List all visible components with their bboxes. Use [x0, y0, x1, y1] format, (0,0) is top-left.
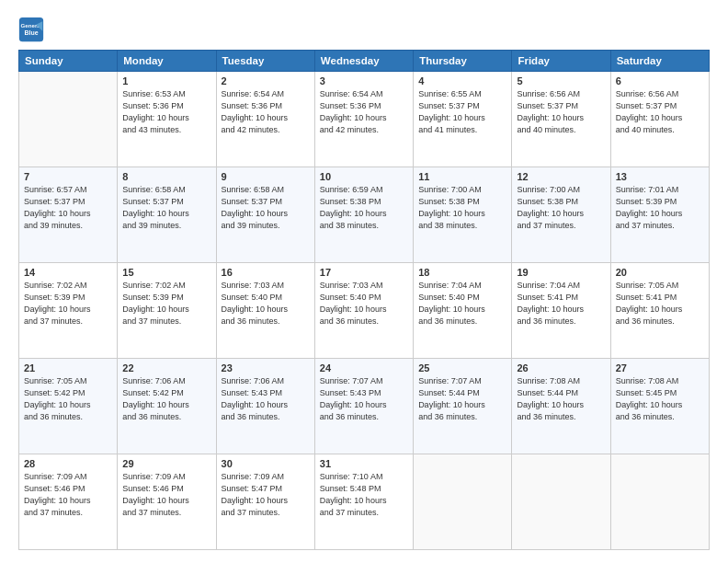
calendar-cell: 1Sunrise: 6:53 AMSunset: 5:36 PMDaylight… — [118, 72, 216, 167]
day-info: Sunrise: 7:00 AMSunset: 5:38 PMDaylight:… — [418, 184, 506, 232]
calendar-cell — [19, 72, 118, 167]
day-number: 22 — [122, 362, 210, 373]
header-cell-wednesday: Wednesday — [314, 51, 413, 72]
day-info: Sunrise: 7:04 AMSunset: 5:40 PMDaylight:… — [418, 280, 506, 327]
day-info: Sunrise: 6:59 AMSunset: 5:38 PMDaylight:… — [320, 184, 408, 232]
calendar-cell: 17Sunrise: 7:03 AMSunset: 5:40 PMDayligh… — [314, 263, 413, 359]
calendar-cell: 6Sunrise: 6:56 AMSunset: 5:37 PMDaylight… — [610, 72, 709, 167]
calendar-cell: 2Sunrise: 6:54 AMSunset: 5:36 PMDaylight… — [216, 72, 314, 167]
day-number: 10 — [320, 171, 408, 182]
week-row-4: 21Sunrise: 7:05 AMSunset: 5:42 PMDayligh… — [19, 359, 710, 454]
calendar-cell: 16Sunrise: 7:03 AMSunset: 5:40 PMDayligh… — [216, 263, 314, 359]
day-number: 7 — [24, 171, 112, 182]
day-number: 18 — [418, 267, 506, 278]
calendar-cell: 25Sunrise: 7:07 AMSunset: 5:44 PMDayligh… — [414, 359, 512, 454]
day-number: 16 — [222, 267, 310, 278]
day-number: 31 — [320, 458, 408, 469]
logo-icon: General Blue — [18, 17, 44, 42]
day-info: Sunrise: 7:05 AMSunset: 5:41 PMDaylight:… — [616, 280, 704, 327]
calendar-cell: 13Sunrise: 7:01 AMSunset: 5:39 PMDayligh… — [610, 167, 709, 263]
day-info: Sunrise: 6:56 AMSunset: 5:37 PMDaylight:… — [616, 88, 704, 136]
calendar-cell — [512, 454, 610, 550]
calendar-cell: 20Sunrise: 7:05 AMSunset: 5:41 PMDayligh… — [610, 263, 709, 359]
calendar-table: SundayMondayTuesdayWednesdayThursdayFrid… — [18, 50, 710, 550]
calendar-header: SundayMondayTuesdayWednesdayThursdayFrid… — [19, 51, 710, 72]
day-info: Sunrise: 6:53 AMSunset: 5:36 PMDaylight:… — [122, 88, 210, 136]
header-cell-sunday: Sunday — [19, 51, 118, 72]
day-info: Sunrise: 6:54 AMSunset: 5:36 PMDaylight:… — [320, 88, 408, 136]
day-number: 30 — [222, 458, 310, 469]
calendar-cell: 11Sunrise: 7:00 AMSunset: 5:38 PMDayligh… — [414, 167, 512, 263]
calendar-cell: 4Sunrise: 6:55 AMSunset: 5:37 PMDaylight… — [414, 72, 512, 167]
calendar-cell: 10Sunrise: 6:59 AMSunset: 5:38 PMDayligh… — [314, 167, 413, 263]
day-number: 15 — [122, 267, 210, 278]
day-info: Sunrise: 6:58 AMSunset: 5:37 PMDaylight:… — [222, 184, 310, 232]
day-info: Sunrise: 7:10 AMSunset: 5:48 PMDaylight:… — [320, 471, 408, 519]
day-info: Sunrise: 7:04 AMSunset: 5:41 PMDaylight:… — [517, 280, 605, 327]
calendar-cell: 9Sunrise: 6:58 AMSunset: 5:37 PMDaylight… — [216, 167, 314, 263]
calendar-cell: 27Sunrise: 7:08 AMSunset: 5:45 PMDayligh… — [610, 359, 709, 454]
calendar-cell: 30Sunrise: 7:09 AMSunset: 5:47 PMDayligh… — [216, 454, 314, 550]
day-number: 27 — [616, 362, 704, 373]
calendar-cell — [610, 454, 709, 550]
day-info: Sunrise: 7:02 AMSunset: 5:39 PMDaylight:… — [24, 280, 112, 327]
day-info: Sunrise: 7:09 AMSunset: 5:46 PMDaylight:… — [122, 471, 210, 519]
day-info: Sunrise: 7:01 AMSunset: 5:39 PMDaylight:… — [616, 184, 704, 232]
calendar-cell: 29Sunrise: 7:09 AMSunset: 5:46 PMDayligh… — [118, 454, 216, 550]
day-info: Sunrise: 7:08 AMSunset: 5:44 PMDaylight:… — [517, 375, 605, 423]
calendar-cell: 26Sunrise: 7:08 AMSunset: 5:44 PMDayligh… — [512, 359, 610, 454]
calendar-cell: 22Sunrise: 7:06 AMSunset: 5:42 PMDayligh… — [118, 359, 216, 454]
calendar-cell: 31Sunrise: 7:10 AMSunset: 5:48 PMDayligh… — [314, 454, 413, 550]
day-info: Sunrise: 6:57 AMSunset: 5:37 PMDaylight:… — [24, 184, 112, 232]
day-number: 20 — [616, 267, 704, 278]
day-info: Sunrise: 6:56 AMSunset: 5:37 PMDaylight:… — [517, 88, 605, 136]
header-row: SundayMondayTuesdayWednesdayThursdayFrid… — [19, 51, 710, 72]
day-number: 4 — [418, 75, 506, 86]
svg-text:Blue: Blue — [24, 29, 38, 36]
calendar-cell: 28Sunrise: 7:09 AMSunset: 5:46 PMDayligh… — [19, 454, 118, 550]
header-cell-thursday: Thursday — [414, 51, 512, 72]
calendar-cell: 8Sunrise: 6:58 AMSunset: 5:37 PMDaylight… — [118, 167, 216, 263]
day-info: Sunrise: 7:03 AMSunset: 5:40 PMDaylight:… — [320, 280, 408, 327]
day-number: 14 — [24, 267, 112, 278]
day-number: 19 — [517, 267, 605, 278]
day-info: Sunrise: 7:00 AMSunset: 5:38 PMDaylight:… — [517, 184, 605, 232]
day-number: 2 — [222, 75, 310, 86]
page: General Blue SundayMondayTuesdayWednesda… — [0, 0, 728, 563]
calendar-body: 1Sunrise: 6:53 AMSunset: 5:36 PMDaylight… — [19, 72, 710, 550]
week-row-3: 14Sunrise: 7:02 AMSunset: 5:39 PMDayligh… — [19, 263, 710, 359]
day-number: 26 — [517, 362, 605, 373]
day-number: 29 — [122, 458, 210, 469]
day-number: 12 — [517, 171, 605, 182]
header: General Blue — [18, 17, 710, 42]
calendar-cell: 3Sunrise: 6:54 AMSunset: 5:36 PMDaylight… — [314, 72, 413, 167]
calendar-cell: 7Sunrise: 6:57 AMSunset: 5:37 PMDaylight… — [19, 167, 118, 263]
calendar-cell: 24Sunrise: 7:07 AMSunset: 5:43 PMDayligh… — [314, 359, 413, 454]
day-number: 6 — [616, 75, 704, 86]
day-number: 9 — [222, 171, 310, 182]
calendar-cell: 14Sunrise: 7:02 AMSunset: 5:39 PMDayligh… — [19, 263, 118, 359]
day-info: Sunrise: 7:06 AMSunset: 5:43 PMDaylight:… — [222, 375, 310, 423]
day-info: Sunrise: 6:55 AMSunset: 5:37 PMDaylight:… — [418, 88, 506, 136]
day-info: Sunrise: 7:09 AMSunset: 5:47 PMDaylight:… — [222, 471, 310, 519]
calendar-cell — [414, 454, 512, 550]
day-number: 3 — [320, 75, 408, 86]
day-info: Sunrise: 7:03 AMSunset: 5:40 PMDaylight:… — [222, 280, 310, 327]
calendar-cell: 23Sunrise: 7:06 AMSunset: 5:43 PMDayligh… — [216, 359, 314, 454]
week-row-5: 28Sunrise: 7:09 AMSunset: 5:46 PMDayligh… — [19, 454, 710, 550]
calendar-cell: 18Sunrise: 7:04 AMSunset: 5:40 PMDayligh… — [414, 263, 512, 359]
day-info: Sunrise: 7:09 AMSunset: 5:46 PMDaylight:… — [24, 471, 112, 519]
calendar-cell: 12Sunrise: 7:00 AMSunset: 5:38 PMDayligh… — [512, 167, 610, 263]
day-number: 11 — [418, 171, 506, 182]
day-number: 1 — [122, 75, 210, 86]
day-info: Sunrise: 7:05 AMSunset: 5:42 PMDaylight:… — [24, 375, 112, 423]
day-number: 17 — [320, 267, 408, 278]
day-number: 28 — [24, 458, 112, 469]
day-info: Sunrise: 7:06 AMSunset: 5:42 PMDaylight:… — [122, 375, 210, 423]
week-row-1: 1Sunrise: 6:53 AMSunset: 5:36 PMDaylight… — [19, 72, 710, 167]
day-number: 23 — [222, 362, 310, 373]
day-number: 5 — [517, 75, 605, 86]
day-info: Sunrise: 7:08 AMSunset: 5:45 PMDaylight:… — [616, 375, 704, 423]
day-number: 21 — [24, 362, 112, 373]
calendar-cell: 19Sunrise: 7:04 AMSunset: 5:41 PMDayligh… — [512, 263, 610, 359]
